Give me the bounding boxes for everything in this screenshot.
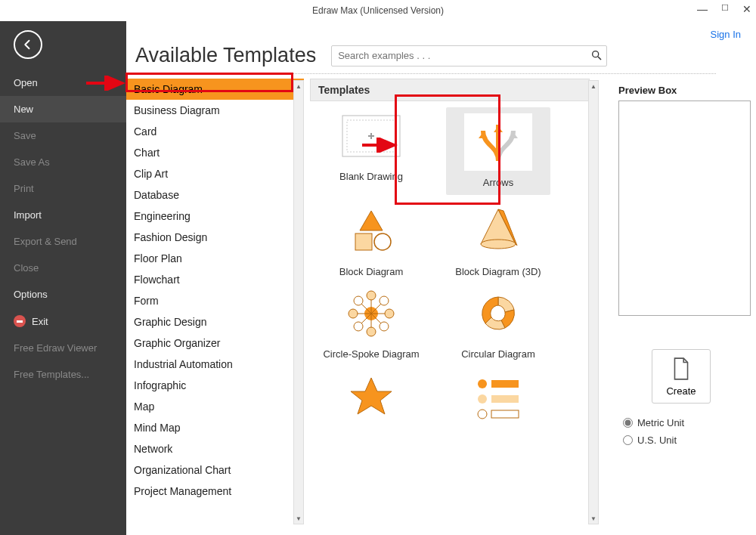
category-item-chart[interactable]: Chart bbox=[126, 142, 304, 163]
category-item-card[interactable]: Card bbox=[126, 121, 304, 142]
svg-point-16 bbox=[380, 322, 389, 331]
star-icon bbox=[337, 368, 405, 425]
us-unit-radio[interactable]: U.S. Unit bbox=[623, 434, 744, 446]
document-icon bbox=[671, 357, 691, 381]
circlespoke-icon bbox=[337, 285, 405, 342]
window-controls: — ☐ ✕ bbox=[697, 3, 751, 15]
preview-box bbox=[618, 101, 751, 316]
category-item-form[interactable]: Form bbox=[126, 290, 304, 311]
sidebar-item-save-as[interactable]: Save As bbox=[0, 149, 126, 175]
sidebar-label: Options bbox=[14, 289, 48, 300]
sidebar-label: Close bbox=[14, 262, 39, 274]
svg-point-32 bbox=[478, 394, 487, 404]
category-item-graphic-design[interactable]: Graphic Design bbox=[126, 311, 304, 332]
sidebar-label: Free Templates... bbox=[14, 369, 89, 380]
sidebar-label: Save bbox=[14, 130, 36, 141]
category-item-industrial-automation[interactable]: Industrial Automation bbox=[126, 354, 304, 375]
template-label: Circular Diagram bbox=[461, 348, 535, 360]
svg-point-28 bbox=[380, 296, 389, 305]
sidebar-item-save[interactable]: Save bbox=[0, 122, 126, 149]
scroll-down-icon[interactable]: ▼ bbox=[589, 513, 598, 524]
category-item-engineering[interactable]: Engineering bbox=[126, 206, 304, 227]
category-item-fashion-design[interactable]: Fashion Design bbox=[126, 227, 304, 248]
titlebar: Edraw Max (Unlicensed Version) — ☐ ✕ bbox=[0, 0, 756, 21]
template-tile-circular-diagram[interactable]: Circular Diagram bbox=[446, 285, 550, 360]
sidebar-item-new[interactable]: New bbox=[0, 96, 126, 122]
template-label: Circle-Spoke Diagram bbox=[323, 348, 419, 360]
category-item-network[interactable]: Network bbox=[126, 438, 304, 459]
category-item-map[interactable]: Map bbox=[126, 396, 304, 417]
search-icon[interactable] bbox=[590, 49, 603, 63]
sidebar-item-free-edraw-viewer[interactable]: Free Edraw Viewer bbox=[0, 335, 126, 361]
sidebar-item-close[interactable]: Close bbox=[0, 255, 126, 281]
sidebar-item-free-templates-[interactable]: Free Templates... bbox=[0, 361, 126, 388]
category-item-project-management[interactable]: Project Management bbox=[126, 481, 304, 502]
page-title: Available Templates bbox=[135, 44, 316, 67]
category-item-clip-art[interactable]: Clip Art bbox=[126, 163, 304, 184]
scroll-up-icon[interactable]: ▲ bbox=[589, 81, 598, 91]
close-button[interactable]: ✕ bbox=[742, 3, 751, 15]
category-item-floor-plan[interactable]: Floor Plan bbox=[126, 248, 304, 269]
svg-point-24 bbox=[354, 296, 363, 305]
maximize-button[interactable]: ☐ bbox=[721, 3, 729, 15]
template-tile-star[interactable] bbox=[319, 368, 423, 431]
templates-scrollbar[interactable]: ▲ ▼ bbox=[588, 80, 599, 524]
category-item-database[interactable]: Database bbox=[126, 184, 304, 206]
block-icon bbox=[337, 203, 405, 260]
us-radio-input[interactable] bbox=[623, 435, 633, 445]
blank-icon bbox=[337, 107, 405, 165]
sidebar-item-open[interactable]: Open bbox=[0, 70, 126, 96]
category-item-infographic[interactable]: Infographic bbox=[126, 375, 304, 396]
svg-line-1 bbox=[598, 57, 601, 60]
template-tile-arrows[interactable]: Arrows bbox=[446, 107, 550, 195]
minimize-button[interactable]: — bbox=[697, 3, 708, 15]
template-tile-block-diagram-3d-[interactable]: Block Diagram (3D) bbox=[446, 203, 550, 278]
svg-point-22 bbox=[349, 309, 358, 318]
category-item-business-diagram[interactable]: Business Diagram bbox=[126, 100, 304, 121]
svg-point-30 bbox=[478, 379, 487, 388]
category-item-basic-diagram[interactable]: Basic Diagram bbox=[126, 79, 304, 100]
template-tile-list[interactable] bbox=[446, 368, 550, 431]
no-entry-icon bbox=[14, 315, 26, 327]
sidebar-item-export-send[interactable]: Export & Send bbox=[0, 228, 126, 255]
svg-marker-6 bbox=[360, 211, 383, 230]
svg-point-34 bbox=[478, 410, 487, 419]
scroll-up-icon[interactable]: ▲ bbox=[294, 81, 303, 91]
sidebar-label: Print bbox=[14, 183, 34, 194]
category-item-flowchart[interactable]: Flowchart bbox=[126, 269, 304, 290]
template-tile-block-diagram[interactable]: Block Diagram bbox=[319, 203, 423, 278]
create-button[interactable]: Create bbox=[652, 349, 711, 404]
window-title: Edraw Max (Unlicensed Version) bbox=[312, 5, 444, 16]
svg-rect-33 bbox=[491, 395, 519, 403]
svg-point-8 bbox=[374, 233, 391, 250]
us-label: U.S. Unit bbox=[637, 434, 677, 446]
metric-radio-input[interactable] bbox=[623, 418, 633, 428]
sidebar-item-print[interactable]: Print bbox=[0, 175, 126, 202]
templates-header: Templates bbox=[310, 79, 590, 101]
search-input[interactable] bbox=[331, 45, 607, 66]
template-label: Block Diagram bbox=[339, 266, 404, 278]
sidebar-label: Exit bbox=[32, 316, 48, 327]
svg-point-20 bbox=[354, 322, 363, 331]
sidebar-item-import[interactable]: Import bbox=[0, 202, 126, 228]
category-item-graphic-organizer[interactable]: Graphic Organizer bbox=[126, 332, 304, 354]
template-tile-circle-spoke-diagram[interactable]: Circle-Spoke Diagram bbox=[319, 285, 423, 360]
back-button[interactable] bbox=[14, 30, 42, 59]
category-item-organizational-chart[interactable]: Organizational Chart bbox=[126, 459, 304, 481]
sidebar-item-exit[interactable]: Exit bbox=[0, 308, 126, 335]
category-item-mind-map[interactable]: Mind Map bbox=[126, 417, 304, 438]
list-icon bbox=[464, 368, 532, 425]
sidebar: OpenNewSaveSave AsPrintImportExport & Se… bbox=[0, 21, 126, 535]
metric-unit-radio[interactable]: Metric Unit bbox=[623, 417, 744, 428]
sidebar-label: Export & Send bbox=[14, 236, 77, 247]
svg-rect-35 bbox=[491, 410, 519, 418]
template-tile-blank-drawing[interactable]: Blank Drawing bbox=[319, 107, 423, 195]
search-wrap bbox=[331, 45, 607, 66]
sidebar-item-options[interactable]: Options bbox=[0, 281, 126, 308]
template-label: Blank Drawing bbox=[339, 171, 403, 183]
scroll-down-icon[interactable]: ▼ bbox=[294, 513, 303, 524]
category-scrollbar[interactable]: ▲ ▼ bbox=[293, 80, 304, 524]
create-label: Create bbox=[666, 385, 696, 397]
sidebar-label: Save As bbox=[14, 156, 50, 168]
svg-point-18 bbox=[367, 327, 376, 336]
